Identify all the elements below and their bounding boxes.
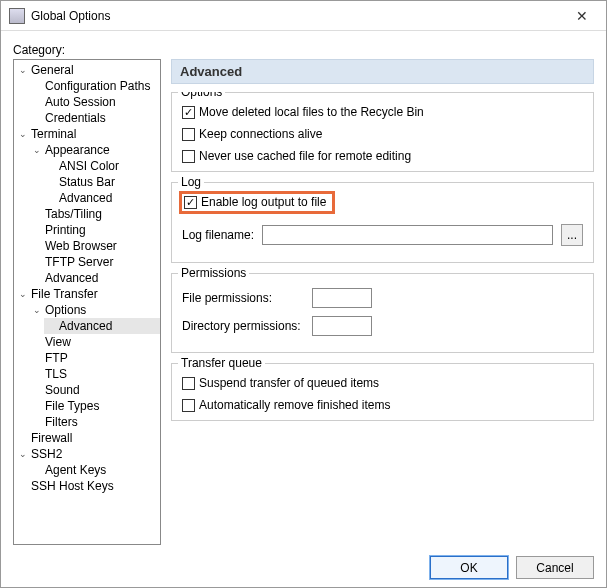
label-suspend-queue: Suspend transfer of queued items [199,376,379,390]
tree-credentials[interactable]: Credentials [30,110,160,126]
input-file-perm[interactable] [312,288,372,308]
category-tree[interactable]: ⌄General Configuration Paths Auto Sessio… [13,59,161,545]
chevron-down-icon[interactable]: ⌄ [18,129,28,139]
tree-appearance-advanced[interactable]: Advanced [44,190,160,206]
tree-web-browser[interactable]: Web Browser [30,238,160,254]
group-options: Options ✓ Move deleted local files to th… [171,92,594,172]
chevron-down-icon[interactable]: ⌄ [18,65,28,75]
tree-tftp-server[interactable]: TFTP Server [30,254,160,270]
group-permissions: Permissions File permissions: Directory … [171,273,594,353]
highlight-enable-log: ✓ Enable log output to file [179,191,335,214]
group-permissions-legend: Permissions [178,266,249,280]
tree-terminal-advanced[interactable]: Advanced [30,270,160,286]
label-auto-remove: Automatically remove finished items [199,398,390,412]
label-enable-log: Enable log output to file [201,195,326,209]
browse-log-button[interactable]: ... [561,224,583,246]
category-label: Category: [13,43,594,57]
label-file-perm: File permissions: [182,291,304,305]
ok-button[interactable]: OK [430,556,508,579]
cancel-button[interactable]: Cancel [516,556,594,579]
group-log-legend: Log [178,175,204,189]
tree-firewall[interactable]: Firewall [16,430,160,446]
tree-ft-options-advanced[interactable]: Advanced [44,318,160,334]
tree-filters[interactable]: Filters [30,414,160,430]
titlebar: Global Options ✕ [1,1,606,31]
label-keep-alive: Keep connections alive [199,127,322,141]
tree-tls[interactable]: TLS [30,366,160,382]
tree-config-paths[interactable]: Configuration Paths [30,78,160,94]
chevron-down-icon[interactable]: ⌄ [18,449,28,459]
tree-appearance[interactable]: ⌄Appearance [30,142,160,158]
checkbox-enable-log[interactable]: ✓ [184,196,197,209]
checkbox-no-cached[interactable] [182,150,195,163]
checkbox-move-deleted[interactable]: ✓ [182,106,195,119]
tree-ssh-host-keys[interactable]: SSH Host Keys [16,478,160,494]
label-log-filename: Log filename: [182,228,254,242]
group-log: Log ✓ Enable log output to file Log file… [171,182,594,263]
checkbox-keep-alive[interactable] [182,128,195,141]
tree-ssh2[interactable]: ⌄SSH2 [16,446,160,462]
label-no-cached: Never use cached file for remote editing [199,149,411,163]
tree-file-transfer[interactable]: ⌄File Transfer [16,286,160,302]
input-dir-perm[interactable] [312,316,372,336]
checkbox-suspend-queue[interactable] [182,377,195,390]
tree-terminal[interactable]: ⌄Terminal [16,126,160,142]
tree-sound[interactable]: Sound [30,382,160,398]
tree-ft-options[interactable]: ⌄Options [30,302,160,318]
group-options-legend: Options [178,92,225,99]
app-icon [9,8,25,24]
window-title: Global Options [31,9,562,23]
tree-ansi-color[interactable]: ANSI Color [44,158,160,174]
chevron-down-icon[interactable]: ⌄ [32,305,42,315]
group-transfer-queue: Transfer queue Suspend transfer of queue… [171,363,594,421]
tree-status-bar[interactable]: Status Bar [44,174,160,190]
chevron-down-icon[interactable]: ⌄ [18,289,28,299]
tree-file-types[interactable]: File Types [30,398,160,414]
tree-auto-session[interactable]: Auto Session [30,94,160,110]
close-button[interactable]: ✕ [562,3,602,29]
panel-header: Advanced [171,59,594,84]
tree-view[interactable]: View [30,334,160,350]
label-dir-perm: Directory permissions: [182,319,304,333]
tree-agent-keys[interactable]: Agent Keys [30,462,160,478]
tree-printing[interactable]: Printing [30,222,160,238]
tree-ftp[interactable]: FTP [30,350,160,366]
tree-tabs-tiling[interactable]: Tabs/Tiling [30,206,160,222]
tree-general[interactable]: ⌄General [16,62,160,78]
chevron-down-icon[interactable]: ⌄ [32,145,42,155]
input-log-filename[interactable] [262,225,553,245]
label-move-deleted: Move deleted local files to the Recycle … [199,105,424,119]
group-queue-legend: Transfer queue [178,356,265,370]
checkbox-auto-remove[interactable] [182,399,195,412]
